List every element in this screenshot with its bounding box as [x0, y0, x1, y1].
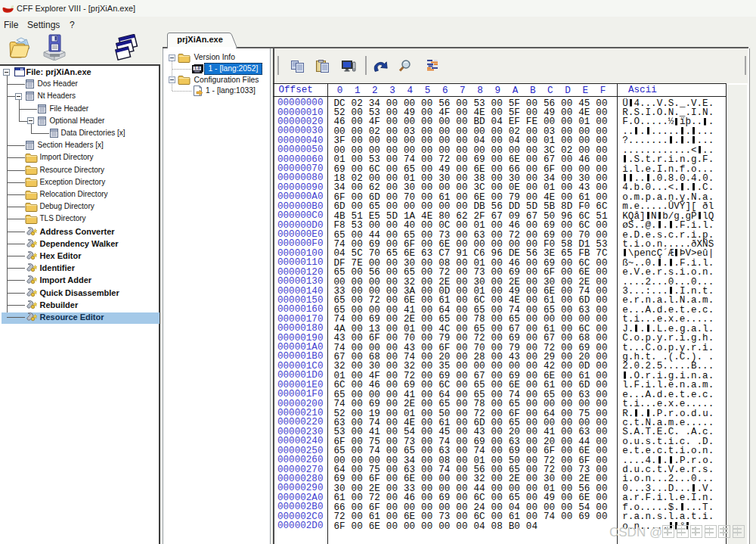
svg-text:1.0: 1.0	[194, 66, 200, 70]
